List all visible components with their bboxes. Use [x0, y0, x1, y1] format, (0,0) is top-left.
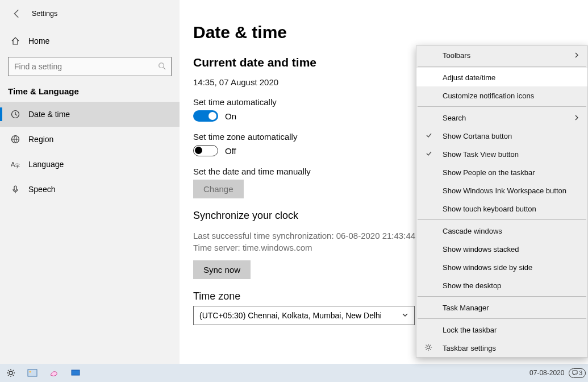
menu-item[interactable]: Cascade windows — [416, 222, 587, 240]
app-title: Settings — [32, 10, 57, 18]
menu-item-label: Cascade windows — [443, 227, 502, 235]
menu-item-label: Task Manager — [443, 304, 489, 312]
sidebar-item-date-time[interactable]: Date & time — [0, 102, 180, 127]
menu-item-label: Lock the taskbar — [443, 326, 497, 334]
menu-item-label: Adjust date/time — [443, 73, 495, 82]
start-button[interactable] — [0, 364, 22, 382]
menu-item-label: Toolbars — [443, 51, 470, 60]
menu-item[interactable]: Toolbars — [416, 46, 587, 64]
menu-item-label: Show Cortana button — [443, 132, 512, 140]
sidebar-item-region[interactable]: Region — [0, 127, 180, 152]
picture-icon — [27, 369, 37, 377]
menu-item[interactable]: Lock the taskbar — [416, 321, 587, 339]
gear-icon — [424, 343, 432, 353]
taskbar-app-1[interactable] — [22, 364, 43, 382]
set-tz-auto-toggle[interactable] — [193, 145, 218, 156]
gear-icon — [6, 368, 15, 377]
paint-icon — [49, 368, 59, 377]
menu-item-label: Show Task View button — [443, 150, 519, 159]
arrow-left-icon — [12, 9, 22, 19]
timezone-value: (UTC+05:30) Chennai, Kolkata, Mumbai, Ne… — [199, 311, 382, 320]
sync-now-button[interactable]: Sync now — [193, 260, 251, 279]
svg-text:字: 字 — [15, 163, 20, 169]
menu-item-label: Show windows side by side — [443, 263, 532, 272]
home-icon — [10, 36, 20, 46]
menu-item[interactable]: Adjust date/time — [416, 68, 587, 86]
menu-item[interactable]: Show windows stacked — [416, 240, 587, 258]
menu-item[interactable]: Search — [416, 109, 587, 127]
menu-item-label: Show the desktop — [443, 281, 501, 290]
home-nav[interactable]: Home — [0, 30, 180, 52]
timezone-select[interactable]: (UTC+05:30) Chennai, Kolkata, Mumbai, Ne… — [193, 306, 415, 325]
notification-badge[interactable]: 3 — [569, 368, 586, 378]
menu-separator — [418, 66, 586, 67]
menu-item-label: Search — [443, 114, 466, 122]
menu-item[interactable]: Show Cortana button — [416, 127, 587, 145]
menu-separator — [418, 318, 586, 319]
taskbar[interactable]: 07-08-2020 3 — [0, 364, 588, 382]
sidebar-item-label: Language — [28, 160, 64, 169]
menu-item-label: Show touch keyboard button — [443, 205, 536, 213]
sidebar-item-language[interactable]: A字 Language — [0, 152, 180, 177]
page-title: Date & time — [193, 23, 588, 42]
menu-separator — [418, 219, 586, 220]
clock-icon — [10, 109, 20, 119]
svg-line-1 — [164, 68, 166, 70]
change-button: Change — [193, 180, 244, 198]
menu-item-label: Taskbar settings — [443, 344, 496, 352]
chat-icon — [572, 370, 578, 376]
search-input[interactable] — [8, 57, 172, 76]
menu-item[interactable]: Taskbar settings — [416, 339, 587, 357]
menu-item-label: Show windows stacked — [443, 245, 519, 254]
menu-item[interactable]: Customize notification icons — [416, 86, 587, 105]
svg-point-10 — [30, 371, 31, 373]
menu-item[interactable]: Show windows side by side — [416, 258, 587, 276]
language-icon: A字 — [10, 159, 20, 169]
home-label: Home — [28, 36, 49, 45]
search-icon — [158, 62, 166, 72]
globe-icon — [10, 134, 20, 144]
sidebar-item-label: Speech — [28, 185, 55, 194]
taskbar-date[interactable]: 07-08-2020 — [529, 369, 564, 377]
svg-rect-9 — [28, 369, 37, 376]
menu-item[interactable]: Show People on the taskbar — [416, 163, 587, 181]
sidebar-item-label: Date & time — [28, 110, 70, 119]
menu-separator — [418, 106, 586, 107]
mic-icon — [10, 184, 20, 194]
sidebar-item-label: Region — [28, 135, 53, 144]
category-heading: Time & Language — [0, 82, 180, 102]
svg-rect-6 — [14, 186, 16, 190]
svg-point-8 — [9, 371, 12, 375]
sidebar-item-speech[interactable]: Speech — [0, 177, 180, 202]
set-time-auto-toggle[interactable] — [193, 110, 218, 122]
menu-item[interactable]: Show Task View button — [416, 145, 587, 163]
chevron-right-icon — [574, 114, 579, 122]
check-icon — [426, 132, 432, 140]
chevron-down-icon — [402, 311, 408, 320]
toggle-state: On — [225, 111, 236, 121]
svg-point-7 — [427, 346, 429, 348]
svg-rect-11 — [72, 370, 80, 375]
chevron-right-icon — [574, 51, 579, 60]
toggle-state: Off — [225, 146, 236, 156]
menu-item[interactable]: Show touch keyboard button — [416, 200, 587, 218]
menu-item-label: Show People on the taskbar — [443, 168, 535, 177]
svg-point-0 — [159, 63, 164, 68]
taskbar-app-2[interactable] — [43, 364, 65, 382]
monitor-icon — [70, 369, 81, 377]
check-icon — [426, 150, 432, 159]
menu-item[interactable]: Show the desktop — [416, 276, 587, 294]
menu-separator — [418, 296, 586, 297]
settings-sidebar: Settings Home Time & Language Date & tim… — [0, 0, 180, 364]
menu-item-label: Customize notification icons — [443, 92, 534, 100]
back-button[interactable] — [10, 7, 24, 20]
menu-item[interactable]: Show Windows Ink Workspace button — [416, 181, 587, 200]
menu-item-label: Show Windows Ink Workspace button — [443, 186, 566, 195]
menu-item[interactable]: Task Manager — [416, 298, 587, 317]
taskbar-app-3[interactable] — [65, 364, 86, 382]
taskbar-context-menu: ToolbarsAdjust date/timeCustomize notifi… — [416, 45, 588, 358]
